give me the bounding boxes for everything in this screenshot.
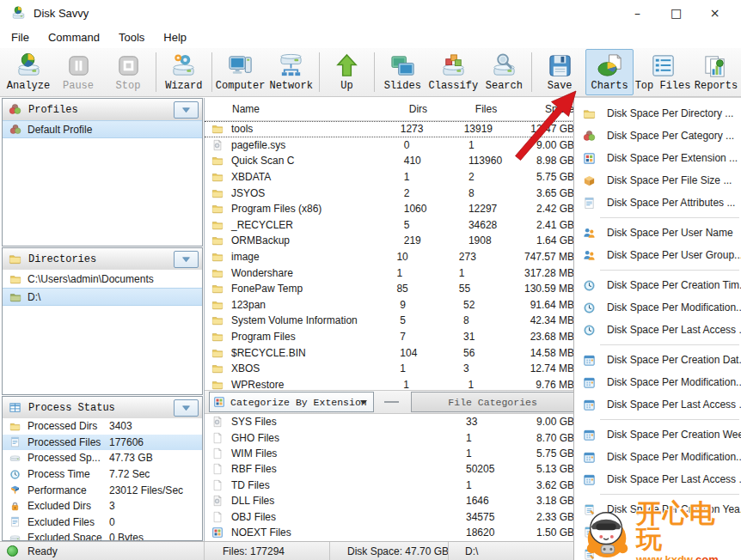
minimize-button[interactable]: – — [618, 0, 657, 26]
directories-dropdown-button[interactable] — [174, 251, 199, 268]
file-row-recycler[interactable]: _RECYCLER5346282.41 GB — [205, 217, 574, 234]
toolbar-button-wizard[interactable]: Wizard — [160, 49, 208, 95]
status-text: Ready — [28, 545, 58, 557]
profiles-panel-title: Profiles — [28, 104, 78, 116]
category-row-obj-files[interactable]: OBJ Files345752.33 GB — [205, 508, 574, 524]
menu-item-disk-space-per-modification[interactable]: Disk Space Per Modification... — [574, 296, 741, 319]
file-space-cell: 8.98 GB — [536, 155, 574, 167]
menu-item-disk-space-per-modification[interactable]: Disk Space Per Modification... — [574, 371, 741, 393]
toolbar-button-classify[interactable]: Classify — [428, 49, 478, 95]
menu-tools[interactable]: Tools — [111, 31, 152, 44]
file-row-xbos[interactable]: XBOS1312.74 MB — [205, 361, 574, 377]
toolbar-button-stop[interactable]: Stop — [104, 49, 152, 95]
process-status-performance[interactable]: Performance23012 Files/Sec — [3, 482, 202, 498]
menu-command[interactable]: Command — [40, 31, 107, 44]
file-files-cell: 31 — [463, 331, 530, 343]
process-status-excluded-files[interactable]: Excluded Files0 — [3, 514, 202, 531]
file-categories-button[interactable]: File Categories — [411, 392, 574, 412]
process-status-excluded-space[interactable]: Excluded Space0 Bytes — [3, 530, 202, 540]
file-dirs-cell: 1 — [404, 171, 468, 183]
file-row-program-files[interactable]: Program Files73123.68 MB — [205, 329, 574, 345]
category-space-cell: 2.33 GB — [536, 511, 574, 523]
column-header-files[interactable]: Files — [475, 103, 545, 115]
menu-item-disk-space-per-user-name[interactable]: Disk Space Per User Name — [574, 222, 741, 244]
toolbar-button-label: Up — [340, 80, 352, 92]
file-row-wondershare[interactable]: Wondershare11317.28 MB — [205, 265, 574, 281]
maximize-button[interactable]: □ — [657, 0, 695, 26]
file-row-quick-scan-c[interactable]: Quick Scan C4101139608.98 GB — [205, 153, 574, 169]
category-row-wim-files[interactable]: WIM Files15.75 GB — [205, 446, 574, 461]
process-status-dropdown-button[interactable] — [174, 399, 199, 417]
process-status-value: 3 — [109, 500, 115, 512]
file-row-ormbackup[interactable]: ORMBackup21919081.64 GB — [205, 233, 574, 249]
menu-item-disk-space-per-creation-dat[interactable]: Disk Space Per Creation Dat... — [574, 349, 741, 371]
sys-file-icon — [211, 495, 224, 507]
toolbar-button-save[interactable]: Save — [536, 49, 584, 95]
file-files-cell: 113960 — [468, 155, 536, 167]
file-files-cell: 1 — [468, 379, 536, 391]
splitter-handle[interactable] — [384, 401, 400, 403]
menu-item-disk-space-per-last-access[interactable]: Disk Space Per Last Access ... — [574, 393, 741, 416]
file-row-program-files-x86[interactable]: Program Files (x86)1060122972.42 GB — [205, 201, 574, 217]
category-row-td-files[interactable]: TD Files13.62 GB — [205, 478, 574, 493]
category-files-cell: 50205 — [466, 463, 536, 475]
category-files-cell: 34575 — [466, 511, 536, 523]
category-row-sys-files[interactable]: SYS Files339.00 GB — [205, 414, 574, 429]
toolbar-button-reports[interactable]: Reports — [692, 49, 740, 95]
watermark-texts: 开心电玩 www.kxdw.com — [636, 501, 741, 560]
file-row-jsyos[interactable]: JSYOS283.65 GB — [205, 185, 574, 201]
clock-icon — [583, 279, 596, 292]
menu-item-disk-space-per-creation-wee[interactable]: Disk Space Per Creation Wee... — [574, 423, 741, 446]
process-status-process-time[interactable]: Process Time7.72 Sec — [3, 466, 202, 483]
menu-bar: File Command Tools Help — [0, 26, 741, 49]
menu-item-disk-space-per-attributes[interactable]: Disk Space Per Attributes ... — [574, 192, 741, 214]
category-row-gho-files[interactable]: GHO Files18.70 GB — [205, 429, 574, 445]
toolbar-button-slides[interactable]: Slides — [378, 49, 426, 95]
menu-item-disk-space-per-extension[interactable]: Disk Space Per Extension ... — [574, 147, 741, 169]
file-row-xbdata[interactable]: XBDATA125.75 GB — [205, 169, 574, 186]
toolbar-button-search[interactable]: Search — [480, 49, 528, 95]
process-status-processed-dirs[interactable]: Processed Dirs3403 — [3, 418, 202, 435]
profile-item-default-profile[interactable]: Default Profile — [3, 120, 202, 138]
toolbar-button-analyze[interactable]: Analyze — [4, 49, 52, 95]
menu-file[interactable]: File — [3, 31, 37, 44]
file-row-pagefile-sys[interactable]: pagefile.sys019.00 GB — [205, 137, 574, 154]
file-row-recycle-bin[interactable]: $RECYCLE.BIN1045614.58 MB — [205, 344, 574, 361]
process-status-processed-sp[interactable]: Processed Sp...47.73 GB — [3, 450, 202, 466]
close-button[interactable]: × — [695, 0, 734, 26]
menu-item-disk-space-per-modification[interactable]: Disk Space Per Modification... — [574, 446, 741, 468]
toolbar-button-charts[interactable]: Charts — [585, 49, 634, 95]
file-row-tools[interactable]: tools12731391912.47 GB — [205, 121, 574, 137]
menu-help[interactable]: Help — [156, 31, 194, 44]
toolbar-button-label: Reports — [695, 80, 738, 92]
column-header-name[interactable]: Name — [205, 103, 409, 115]
category-row-rbf-files[interactable]: RBF Files502055.13 GB — [205, 461, 574, 477]
menu-item-disk-space-per-creation-tim[interactable]: Disk Space Per Creation Tim... — [574, 274, 741, 296]
toolbar-button-pause[interactable]: Pause — [54, 49, 102, 95]
column-header-dirs[interactable]: Dirs — [409, 103, 475, 115]
menu-item-disk-space-per-category[interactable]: Disk Space Per Category ... — [574, 125, 741, 147]
toolbar-button-network[interactable]: Network — [267, 49, 315, 95]
menu-item-disk-space-per-last-access[interactable]: Disk Space Per Last Access ... — [574, 319, 741, 341]
toolbar-button-up[interactable]: Up — [322, 49, 370, 95]
menu-item-disk-space-per-file-size[interactable]: Disk Space Per File Size ... — [574, 169, 741, 192]
category-row-dll-files[interactable]: DLL Files16463.18 GB — [205, 493, 574, 508]
column-header-space[interactable]: Space — [545, 103, 574, 115]
directory-item-d[interactable]: D:\ — [3, 288, 202, 306]
toolbar-button-top-files[interactable]: Top Files — [635, 49, 690, 95]
file-row-123pan[interactable]: 123pan95291.64 MB — [205, 297, 574, 313]
process-status-excluded-dirs[interactable]: Excluded Dirs3 — [3, 498, 202, 514]
file-row-system-volume-information[interactable]: System Volume Information5842.34 MB — [205, 313, 574, 329]
directory-item-c-users-admin-documents[interactable]: C:\Users\admin\Documents — [3, 270, 202, 288]
file-space-cell: 91.64 MB — [530, 299, 574, 311]
toolbar-button-computer[interactable]: Computer — [216, 49, 266, 95]
menu-item-disk-space-per-user-group[interactable]: Disk Space Per User Group... — [574, 244, 741, 266]
profiles-dropdown-button[interactable] — [174, 101, 199, 119]
menu-item-disk-space-per-last-access[interactable]: Disk Space Per Last Access ... — [574, 468, 741, 490]
process-status-processed-files[interactable]: Processed Files177606 — [3, 435, 202, 451]
menu-item-disk-space-per-directory[interactable]: Disk Space Per Directory ... — [574, 102, 741, 125]
file-row-fonepaw-temp[interactable]: FonePaw Temp8555130.59 MB — [205, 281, 574, 297]
category-row-noext-files[interactable]: NOEXT Files186201.50 GB — [205, 525, 574, 540]
file-row-image[interactable]: image10273747.57 MB — [205, 249, 574, 265]
categorize-dropdown[interactable]: Categorize By Extension — [209, 392, 374, 412]
